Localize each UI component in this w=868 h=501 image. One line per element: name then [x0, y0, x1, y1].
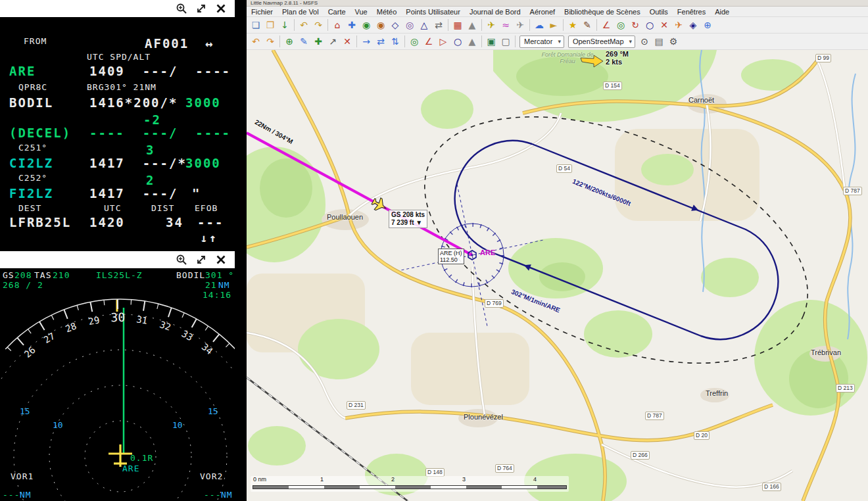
show-msa-icon[interactable]: ▲	[465, 18, 479, 32]
resize-icon[interactable]	[195, 3, 207, 14]
menu-aeronef[interactable]: Aéronef	[525, 7, 560, 17]
show-aircraft-icon[interactable]: ✈	[484, 18, 498, 32]
menu-journal-de-bord[interactable]: Journal de Bord	[465, 7, 525, 17]
edit-flight-plan-icon[interactable]: ✎	[297, 34, 311, 49]
menu-plan-de-vol[interactable]: Plan de Vol	[277, 7, 324, 17]
append-waypoint-icon[interactable]: ↗	[326, 34, 340, 49]
measure-distance-icon[interactable]: ∠	[599, 18, 614, 32]
show-airways-icon[interactable]: ⇄	[431, 18, 446, 32]
instrument-panel-column: FROMAF001↔UTC SPD/ALTARE1409 ---/ ----QP…	[0, 0, 247, 501]
display-text: EFOB	[195, 204, 218, 213]
compass-heading-number: 33	[180, 328, 195, 343]
toolbar-separator	[479, 19, 484, 31]
fit-flight-plan-icon[interactable]: ⊕	[282, 34, 297, 49]
delete-marks-icon[interactable]: ✕	[657, 18, 671, 32]
menu-aide[interactable]: Aide	[710, 7, 734, 17]
menu-fenetres[interactable]: Fenêtres	[673, 7, 710, 17]
world-map-icon[interactable]: ⊕	[700, 18, 715, 32]
add-waypoint-icon[interactable]: ✚	[311, 34, 326, 49]
show-waypoints-icon[interactable]: △	[417, 18, 431, 32]
fms-panel-titlebar	[0, 0, 235, 17]
menu-fichier[interactable]: Fichier	[247, 7, 277, 17]
map-forward-icon[interactable]: ↷	[263, 34, 277, 49]
menu-outils[interactable]: Outils	[645, 7, 673, 17]
undo-icon[interactable]: ↶	[297, 18, 311, 32]
display-text: -2	[143, 113, 161, 127]
show-ndb-icon[interactable]: ◎	[402, 18, 417, 32]
menu-bibliotheque-de-scenes[interactable]: Bibliothèque de Scènes	[560, 7, 645, 17]
show-airspaces-icon[interactable]: ▦	[450, 18, 465, 32]
display-text: ARE	[9, 64, 36, 78]
projection-value: Mercator	[524, 37, 552, 45]
calc-route-icon[interactable]: →	[359, 34, 374, 49]
menu-vue[interactable]: Vue	[350, 7, 372, 17]
traffic-pattern-icon[interactable]: ↻	[628, 18, 642, 32]
toolbar-separator	[594, 19, 599, 31]
show-weather-icon[interactable]: ☁	[532, 18, 546, 32]
redo-icon[interactable]: ↷	[311, 18, 326, 32]
show-ai-aircraft-icon[interactable]: ✈	[513, 18, 527, 32]
show-userpoints-icon[interactable]: ★	[566, 18, 580, 32]
holding-icon[interactable]: ○	[642, 18, 657, 32]
toolbar-separator	[446, 19, 450, 31]
new-flight-plan-icon[interactable]: ❏	[249, 18, 263, 32]
zoom-icon[interactable]	[176, 254, 187, 266]
window-titlebar: Little Navmap 2.8.11 - MSFS	[247, 0, 868, 7]
close-icon[interactable]	[215, 3, 227, 14]
show-soft-airports-icon[interactable]: ◉	[374, 18, 388, 32]
delete-leg-icon[interactable]: ✕	[340, 34, 354, 49]
image-export-icon[interactable]: ▣	[484, 34, 498, 49]
save-flight-plan-icon[interactable]: ↓	[277, 18, 292, 32]
show-logbook-icon[interactable]: ✎	[580, 18, 594, 32]
menu-carte[interactable]: Carte	[324, 7, 350, 17]
show-vor-icon[interactable]: ◇	[388, 18, 402, 32]
display-text: ↓↑	[200, 231, 218, 242]
map-canvas[interactable]	[247, 50, 868, 501]
hsi-compass: 15 15 10 10 262728293031323334	[0, 268, 235, 501]
adjust-altitude-icon[interactable]: ⇅	[388, 34, 402, 49]
open-flight-plan-icon[interactable]: ❐	[263, 18, 277, 32]
database-icon[interactable]: ▤	[652, 34, 666, 49]
procedures-icon[interactable]: ◈	[686, 18, 700, 32]
reverse-route-icon[interactable]: ⇄	[374, 34, 388, 49]
map-back-icon[interactable]: ↶	[249, 34, 263, 49]
display-text: 1417 ---/	[89, 187, 178, 201]
chevron-down-icon: ▾	[558, 38, 561, 45]
compass-heading-number: 31	[135, 314, 148, 325]
mark-range-icon[interactable]: ◎	[407, 34, 422, 49]
range-rings-icon[interactable]: ◎	[614, 18, 628, 32]
display-text: DIST	[151, 204, 174, 213]
projection-dropdown[interactable]: Mercator ▾	[519, 36, 564, 48]
menu-points-utilisateur[interactable]: Points Utilisateur	[401, 7, 465, 17]
show-wind-icon[interactable]: ►	[546, 18, 561, 32]
display-text: FROM	[24, 37, 47, 46]
center-flight-plan-icon[interactable]: ✚	[345, 18, 359, 32]
show-aircraft-trail-icon[interactable]: ≈	[498, 18, 513, 32]
toolbar-separator	[479, 36, 484, 47]
search-icon[interactable]: ⊙	[637, 34, 652, 49]
compass-heading-number: 32	[158, 319, 172, 333]
resize-icon[interactable]	[195, 254, 207, 266]
mark-msa-icon[interactable]: ▲	[465, 34, 479, 49]
show-airports-icon[interactable]: ◉	[359, 18, 374, 32]
copy-map-icon[interactable]: ▢	[498, 34, 513, 49]
aircraft-performance-icon[interactable]: ✈	[671, 18, 686, 32]
mark-measure-icon[interactable]: ∠	[422, 34, 436, 49]
toolbar-separator	[513, 36, 518, 47]
display-text: 3000	[185, 96, 221, 110]
display-text: CI2LZ	[9, 156, 53, 170]
close-icon[interactable]	[215, 254, 227, 266]
settings-icon[interactable]: ⚙	[666, 34, 681, 49]
map-style-value: OpenStreetMap	[573, 37, 624, 45]
map-style-dropdown[interactable]: OpenStreetMap ▾	[568, 36, 635, 48]
display-text: 1409 ---/ ----	[89, 64, 231, 78]
display-text: QPR8C	[18, 83, 47, 92]
mark-hold-icon[interactable]: ○	[450, 34, 465, 49]
center-home-icon[interactable]: ⌂	[330, 18, 345, 32]
display-text: 1416*200/*	[89, 96, 178, 110]
mark-pattern-icon[interactable]: ▷	[436, 34, 450, 49]
zoom-icon[interactable]	[176, 3, 187, 14]
menu-meteo[interactable]: Météo	[372, 7, 402, 17]
display-text: (DECEL)	[9, 126, 71, 140]
display-text: UTC	[104, 204, 121, 213]
